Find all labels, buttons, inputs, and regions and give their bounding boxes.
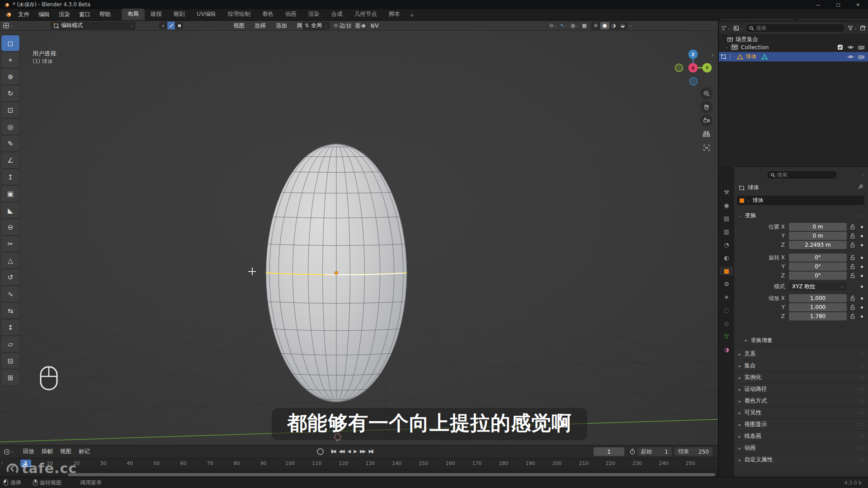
rotation-mode-dropdown[interactable]: XYZ 欧拉 ⌄ <box>789 282 847 291</box>
zoom-button[interactable] <box>700 87 712 99</box>
tool-button[interactable]: ⊟ <box>1 353 19 369</box>
number-field[interactable]: 0 m <box>789 223 847 231</box>
topbar-menu-item[interactable]: 渲染 <box>54 9 75 20</box>
tool-button[interactable]: ◎ <box>1 119 19 135</box>
animate-dot[interactable] <box>861 226 863 228</box>
window-control-button[interactable]: ▢ <box>828 0 848 9</box>
tool-button[interactable]: ↺ <box>1 269 19 285</box>
new-collection-button[interactable] <box>860 25 866 31</box>
collapsed-section[interactable]: ▸ 实例化 ∷∷ <box>734 371 868 383</box>
collapsed-section[interactable]: ▸ 自定义属性 ∷∷ <box>734 454 868 465</box>
workspace-tab[interactable]: 纹理绘制 <box>222 9 256 20</box>
number-field[interactable]: 0° <box>789 263 847 271</box>
tool-button[interactable]: ▱ <box>1 336 19 352</box>
workspace-tab[interactable]: 几何节点 <box>349 9 383 20</box>
add-workspace-button[interactable]: + <box>406 10 418 20</box>
blender-menu-icon[interactable] <box>5 11 12 18</box>
outliner-filter[interactable]: ⌄ <box>848 25 857 31</box>
properties-tab[interactable]: ▽ <box>720 332 733 341</box>
number-field[interactable]: 1.000 <box>789 294 847 302</box>
tool-button[interactable]: ⊕ <box>1 69 19 84</box>
animate-dot[interactable] <box>861 297 863 300</box>
topbar-menu-item[interactable]: 帮助 <box>95 9 115 20</box>
header-toggle[interactable]: ⊙ ⌄ <box>548 22 558 29</box>
outliner-display-mode[interactable]: ⌄ <box>721 25 731 31</box>
outliner-object-row-selected[interactable]: | › 球体 <box>719 52 868 61</box>
pan-hand-button[interactable] <box>700 101 712 113</box>
workspace-tab[interactable]: 合成 <box>326 9 349 20</box>
eye-icon[interactable] <box>847 54 854 59</box>
animate-dot[interactable] <box>861 286 863 288</box>
viewport-menu-item[interactable]: 视图 <box>228 21 250 31</box>
timeline-expander-arrow[interactable]: › <box>1 460 3 466</box>
tool-button[interactable]: ⊡ <box>1 102 19 118</box>
tool-button[interactable]: ◻ <box>1 35 19 51</box>
workspace-tab[interactable]: 动画 <box>279 9 302 20</box>
tool-button[interactable]: ⇆ <box>1 303 19 319</box>
object-expand-arrow[interactable]: › <box>733 55 735 59</box>
properties-tab[interactable]: ■ <box>720 267 733 275</box>
properties-tab[interactable]: ◐ <box>720 253 733 262</box>
proportional-editing-toggle[interactable]: ◉ <box>361 22 367 29</box>
tool-button[interactable]: ↻ <box>1 85 19 101</box>
navigation-gizmo[interactable]: Z X Y <box>671 43 717 88</box>
playback-button[interactable]: ◀◀ <box>337 446 345 456</box>
tool-button[interactable]: ⊞ <box>1 370 19 385</box>
playback-button[interactable]: ▶ <box>352 446 358 456</box>
toggle-fullscreen-area-button[interactable] <box>700 141 712 154</box>
playback-button[interactable]: ▶▶ <box>358 446 367 456</box>
workspace-tab[interactable]: 脚本 <box>383 9 406 20</box>
collapsed-section[interactable]: ▸ 关系 ∷∷ <box>734 348 868 360</box>
properties-tab[interactable]: ▤ <box>720 214 733 223</box>
properties-tab[interactable]: ◌ <box>720 306 733 314</box>
shading-mode-button[interactable]: ◑ <box>609 22 618 29</box>
topbar-menu-item[interactable]: 文件 <box>14 9 34 20</box>
snap-dropdown[interactable]: ⌄ <box>355 23 358 28</box>
animate-dot[interactable] <box>861 235 863 237</box>
tool-button[interactable]: ↕ <box>1 319 19 335</box>
animate-dot[interactable] <box>861 244 863 246</box>
topbar-menu-item[interactable]: 窗口 <box>75 9 95 20</box>
outliner-collection-row[interactable]: ⌄ Collection <box>725 44 868 51</box>
camera-view-button[interactable] <box>700 114 712 127</box>
shading-mode-button[interactable]: ● <box>600 22 609 29</box>
workspace-tab[interactable]: UV编辑 <box>191 9 222 20</box>
outliner-scene-collection-row[interactable]: 场景集合 <box>727 36 758 43</box>
animate-dot[interactable] <box>861 257 863 259</box>
window-control-button[interactable]: — <box>808 0 828 9</box>
collection-expand-arrow[interactable]: ⌄ <box>725 45 728 49</box>
properties-options-dropdown[interactable]: ⌄ <box>861 172 864 176</box>
vertex-select-button[interactable] <box>159 22 167 29</box>
properties-search[interactable]: 搜索 <box>767 170 837 179</box>
lock-open-icon[interactable] <box>850 296 855 301</box>
timeline-menu-item[interactable]: 回放 <box>19 448 38 455</box>
tool-button[interactable]: △ <box>1 253 19 268</box>
number-field[interactable]: 1.000 <box>789 303 847 311</box>
timeline-tracks[interactable] <box>0 469 718 477</box>
properties-tab[interactable]: ◑ <box>720 345 733 354</box>
object-id-field[interactable]: ⌄ 球体 <box>737 196 864 205</box>
lock-open-icon[interactable] <box>850 264 855 269</box>
checkbox-icon[interactable] <box>837 44 843 50</box>
mesh-sphere[interactable] <box>252 134 424 414</box>
playback-button[interactable]: ◀ <box>346 446 352 456</box>
frame-end-field[interactable]: 结束250 <box>675 447 712 456</box>
pin-id-icon[interactable] <box>858 184 863 190</box>
header-toggle[interactable]: ◎ ⌄ <box>570 22 580 29</box>
topbar-menu-item[interactable]: 编辑 <box>34 9 54 20</box>
editor-type-button[interactable]: ⌄ <box>3 22 14 29</box>
animate-dot[interactable] <box>861 315 863 318</box>
shading-mode-button[interactable]: ◒ <box>618 22 627 29</box>
collapsed-section[interactable]: ▸ 集合 ∷∷ <box>734 360 868 371</box>
collapsed-section[interactable]: ▸ 可见性 ∷∷ <box>734 407 868 418</box>
playback-button[interactable]: ▮◀ <box>329 446 337 456</box>
orientation-dropdown[interactable]: ⇅ 全局 ⌄ <box>302 22 330 30</box>
timeline-menu-item[interactable]: 视图 <box>57 448 75 455</box>
gizmo-axis-neg-y[interactable] <box>675 64 683 72</box>
collapsed-section[interactable]: ▸ 视图显示 ∷∷ <box>734 418 868 430</box>
header-toggle[interactable]: ↖ ⌄ <box>559 22 569 29</box>
lock-open-icon[interactable] <box>850 242 855 248</box>
tool-button[interactable]: ⊖ <box>1 219 19 235</box>
tool-button[interactable]: ∿ <box>1 286 19 302</box>
properties-tab[interactable]: ▥ <box>720 227 733 236</box>
